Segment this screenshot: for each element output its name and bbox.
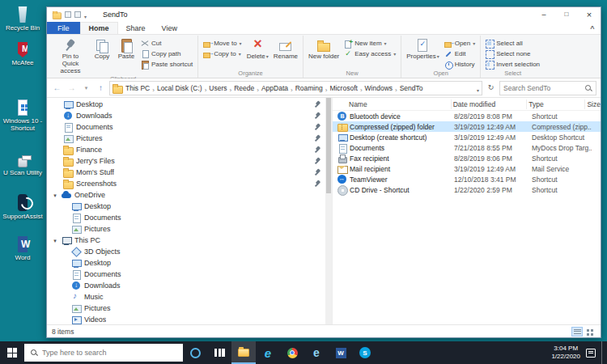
rename-button[interactable]: Rename [272, 36, 299, 61]
forward-button[interactable] [66, 82, 78, 95]
taskbar-app-button[interactable] [353, 341, 377, 364]
nav-item[interactable]: Downloads [47, 110, 325, 121]
large-icons-view-button[interactable] [584, 327, 596, 336]
taskbar-app-button[interactable] [256, 341, 280, 364]
nav-item[interactable]: Pictures [47, 223, 325, 235]
file-row[interactable]: Fax recipient 8/28/2019 8:06 PM Shortcut [333, 153, 601, 163]
breadcrumb-segment[interactable]: Reede [231, 81, 259, 95]
desktop-icon[interactable]: Windows 10 - Shortcut [1, 96, 45, 132]
desktop-icon[interactable]: Word [1, 233, 45, 261]
ribbon-tab[interactable]: Share [118, 22, 154, 34]
nav-item[interactable]: Documents [47, 269, 325, 280]
back-button[interactable] [51, 82, 63, 95]
taskbar-app-button[interactable] [304, 341, 329, 364]
nav-item[interactable]: Desktop [47, 99, 325, 110]
start-button[interactable] [0, 341, 24, 364]
desktop-icon[interactable]: SupportAssist [1, 192, 45, 220]
copy-to-button[interactable]: Copy to [202, 49, 243, 58]
nav-item[interactable]: Jerry's Files [47, 155, 325, 167]
title-bar[interactable]: SendTo [47, 7, 601, 22]
nav-item[interactable]: Pictures [47, 133, 325, 144]
column-header[interactable]: Size [585, 99, 601, 109]
nav-item[interactable]: Mom's Stuff [47, 167, 325, 178]
taskbar-app-button[interactable] [231, 341, 256, 364]
show-desktop-button[interactable] [601, 341, 605, 364]
file-menu-button[interactable]: File [47, 22, 80, 34]
nav-item[interactable]: Downloads [47, 280, 325, 291]
invert-selection-button[interactable]: Invert selection [484, 60, 541, 69]
breadcrumb-segment[interactable]: Windows [363, 81, 397, 95]
nav-item[interactable]: This PC [47, 235, 325, 246]
taskbar-search-input[interactable] [42, 349, 177, 357]
column-header[interactable]: Type [527, 99, 585, 109]
explorer-search-box[interactable] [499, 81, 596, 95]
new-item-button[interactable]: New item [342, 39, 397, 48]
desktop-icon[interactable]: McAfee [1, 38, 45, 66]
nav-item[interactable]: Music [47, 291, 325, 303]
up-button[interactable] [95, 82, 107, 95]
nav-item[interactable]: Pictures [47, 303, 325, 314]
copy-button[interactable]: Copy [91, 36, 113, 61]
maximize-button[interactable] [555, 7, 578, 22]
copy-path-button[interactable]: Copy path [139, 49, 194, 58]
qat-customize-icon[interactable] [84, 7, 87, 22]
breadcrumb-segment[interactable]: AppData [259, 81, 293, 95]
qat-properties-icon[interactable] [65, 11, 71, 18]
explorer-search-input[interactable] [503, 84, 582, 92]
nav-scrollbar[interactable] [325, 98, 332, 324]
file-row[interactable]: Documents 7/21/2018 8:55 PM MyDocs Drop … [333, 142, 601, 153]
file-row[interactable]: Bluetooth device 8/28/2019 8:08 PM Short… [333, 111, 601, 121]
qat-new-folder-icon[interactable] [74, 11, 81, 18]
breadcrumb-segment[interactable]: Users [206, 81, 231, 95]
file-row[interactable]: CD Drive - Shortcut 1/22/2020 2:59 PM Sh… [333, 184, 601, 195]
nav-item[interactable]: Documents [47, 212, 325, 223]
desktop-icon[interactable]: Recycle Bin [1, 3, 45, 32]
minimize-button[interactable] [533, 7, 555, 22]
file-row[interactable]: Compressed (zipped) folder 3/19/2019 12:… [333, 121, 601, 132]
recent-locations-button[interactable] [80, 82, 92, 95]
open-button[interactable]: Open [443, 39, 478, 48]
taskbar-app-button[interactable] [280, 341, 304, 364]
nav-item[interactable]: Screenshots [47, 178, 325, 189]
breadcrumb-segment[interactable]: Microsoft [327, 81, 362, 95]
nav-item[interactable]: OneDrive [47, 189, 325, 201]
ribbon-tab[interactable]: Home [80, 22, 118, 34]
nav-item[interactable]: Desktop [47, 201, 325, 212]
action-center-icon[interactable] [586, 349, 596, 358]
file-row[interactable]: TeamViewer 12/10/2018 3:41 PM Shortcut [333, 174, 601, 184]
new-folder-button[interactable]: New folder [307, 36, 341, 61]
nav-item[interactable]: 3D Objects [47, 246, 325, 257]
nav-item[interactable]: Finance [47, 144, 325, 155]
column-header[interactable]: Name [347, 99, 452, 109]
column-header[interactable]: Date modified [452, 99, 528, 109]
nav-scrollbar-thumb[interactable] [326, 98, 331, 193]
breadcrumb-segment[interactable]: Roaming [293, 81, 328, 95]
properties-button[interactable]: Properties [405, 36, 440, 61]
nav-item[interactable]: Videos [47, 314, 325, 324]
clock[interactable]: 3:04 PM 1/22/2020 [551, 345, 580, 362]
ribbon-tab[interactable]: View [154, 22, 185, 34]
edit-button[interactable]: Edit [443, 49, 478, 58]
pin-to-quick-access-button[interactable]: Pin to Quick access [52, 36, 89, 74]
nav-item[interactable]: Desktop [47, 257, 325, 269]
expand-arrow-icon[interactable] [52, 236, 58, 244]
delete-button[interactable]: Delete [245, 36, 270, 61]
taskbar-app-button[interactable] [183, 341, 207, 364]
details-view-button[interactable] [571, 327, 583, 336]
close-button[interactable] [578, 7, 601, 22]
nav-item[interactable]: Documents [47, 121, 325, 133]
taskbar-app-button[interactable] [329, 341, 353, 364]
move-to-button[interactable]: Move to [202, 39, 243, 48]
address-dropdown-icon[interactable] [477, 81, 479, 95]
collapse-ribbon-button[interactable] [584, 22, 601, 34]
breadcrumb[interactable]: This PCLocal Disk (C:)UsersReedeAppDataR… [109, 81, 482, 95]
expand-arrow-icon[interactable] [52, 191, 58, 199]
select-all-button[interactable]: Select all [484, 39, 541, 48]
breadcrumb-segment[interactable]: This PC [123, 81, 155, 95]
desktop-icon[interactable]: U Scan Utility [1, 148, 45, 176]
select-none-button[interactable]: Select none [484, 49, 541, 58]
refresh-button[interactable] [485, 82, 497, 95]
breadcrumb-segment[interactable]: SendTo [397, 84, 426, 92]
breadcrumb-segment[interactable]: Local Disk (C:) [155, 81, 206, 95]
taskbar-app-button[interactable] [207, 341, 231, 364]
